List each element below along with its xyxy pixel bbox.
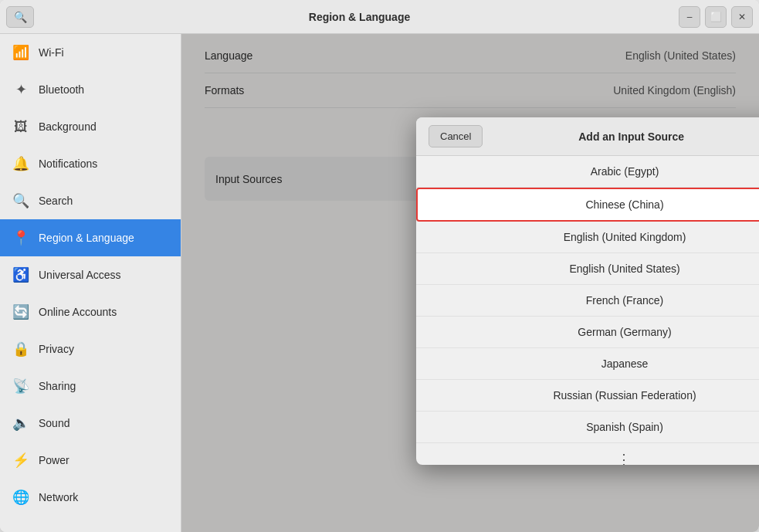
online-accounts-icon: 🔄 xyxy=(12,303,29,320)
sidebar-item-bluetooth[interactable]: ✦ Bluetooth xyxy=(0,71,181,108)
more-items-indicator: ⋮ xyxy=(416,443,759,465)
sidebar-item-wifi[interactable]: 📶 Wi-Fi xyxy=(0,34,181,71)
search-nav-icon: 🔍 xyxy=(12,192,29,209)
sidebar-item-label: Universal Access xyxy=(39,269,121,281)
list-item[interactable]: Japanese xyxy=(416,348,759,380)
list-item[interactable]: French (France) xyxy=(416,285,759,317)
window-controls: – ⬜ ✕ xyxy=(679,6,753,28)
bluetooth-icon: ✦ xyxy=(12,81,29,98)
sharing-icon: 📡 xyxy=(12,378,29,395)
list-item[interactable]: English (United States) xyxy=(416,253,759,285)
sidebar-item-privacy[interactable]: 🔒 Privacy xyxy=(0,330,181,368)
sidebar-item-label: Online Accounts xyxy=(39,306,117,318)
sidebar-item-sound[interactable]: 🔈 Sound xyxy=(0,405,181,442)
sidebar: 📶 Wi-Fi ✦ Bluetooth 🖼 Background 🔔 Notif… xyxy=(0,34,181,532)
sidebar-item-background[interactable]: 🖼 Background xyxy=(0,108,181,145)
network-icon: 🌐 xyxy=(12,489,29,506)
sidebar-item-label: Power xyxy=(39,454,69,466)
notifications-icon: 🔔 xyxy=(12,155,29,172)
background-icon: 🖼 xyxy=(12,119,29,135)
main-panel: Language English (United States) Formats… xyxy=(181,34,759,532)
sidebar-item-power[interactable]: ⚡ Power xyxy=(0,442,181,479)
sound-icon: 🔈 xyxy=(12,415,29,432)
main-window: 🔍 Region & Language – ⬜ ✕ 📶 Wi-Fi ✦ Blue… xyxy=(0,0,759,532)
sidebar-item-label: Network xyxy=(39,491,78,503)
minimize-button[interactable]: – xyxy=(679,6,700,28)
dialog-header: Cancel Add an Input Source Add xyxy=(416,117,759,156)
sidebar-item-network[interactable]: 🌐 Network xyxy=(0,479,181,516)
cancel-button[interactable]: Cancel xyxy=(429,125,483,147)
content-area: 📶 Wi-Fi ✦ Bluetooth 🖼 Background 🔔 Notif… xyxy=(0,34,759,532)
sidebar-item-label: Region & Language xyxy=(39,232,134,244)
list-item[interactable]: English (United Kingdom) xyxy=(416,222,759,253)
sidebar-item-search[interactable]: 🔍 Search xyxy=(0,182,181,219)
sidebar-item-sharing[interactable]: 📡 Sharing xyxy=(0,368,181,405)
list-item[interactable]: Russian (Russian Federation) xyxy=(416,380,759,412)
list-item[interactable]: German (Germany) xyxy=(416,317,759,348)
sidebar-item-label: Background xyxy=(39,120,97,133)
sidebar-item-label: Search xyxy=(39,195,73,207)
list-item[interactable]: Arabic (Egypt) xyxy=(416,156,759,188)
titlebar-search-button[interactable]: 🔍 xyxy=(6,6,34,28)
search-icon: 🔍 xyxy=(14,11,27,23)
add-input-source-dialog: Cancel Add an Input Source Add Arabic (E… xyxy=(416,117,759,465)
sidebar-item-label: Bluetooth xyxy=(39,83,84,96)
power-icon: ⚡ xyxy=(12,452,29,469)
region-icon: 📍 xyxy=(12,229,29,246)
restore-button[interactable]: ⬜ xyxy=(705,6,727,28)
sidebar-item-region[interactable]: 📍 Region & Language xyxy=(0,219,181,256)
sidebar-item-label: Privacy xyxy=(39,343,74,355)
sidebar-item-universal-access[interactable]: ♿ Universal Access xyxy=(0,256,181,293)
wifi-icon: 📶 xyxy=(12,44,29,61)
list-item[interactable]: Chinese (China) xyxy=(416,188,759,222)
sidebar-item-notifications[interactable]: 🔔 Notifications xyxy=(0,145,181,182)
sidebar-item-label: Sound xyxy=(39,417,69,429)
window-title: Region & Language xyxy=(40,11,679,23)
input-source-list: Arabic (Egypt) Chinese (China) English (… xyxy=(416,156,759,465)
sidebar-item-label: Sharing xyxy=(39,380,76,392)
sidebar-item-online-accounts[interactable]: 🔄 Online Accounts xyxy=(0,293,181,330)
dialog-title: Add an Input Source xyxy=(578,130,684,143)
close-button[interactable]: ✕ xyxy=(731,6,753,28)
sidebar-item-label: Notifications xyxy=(39,158,97,170)
list-item[interactable]: Spanish (Spain) xyxy=(416,412,759,443)
sidebar-item-label: Wi-Fi xyxy=(39,46,64,59)
titlebar: 🔍 Region & Language – ⬜ ✕ xyxy=(0,0,759,34)
universal-access-icon: ♿ xyxy=(12,266,29,283)
privacy-icon: 🔒 xyxy=(12,341,29,357)
